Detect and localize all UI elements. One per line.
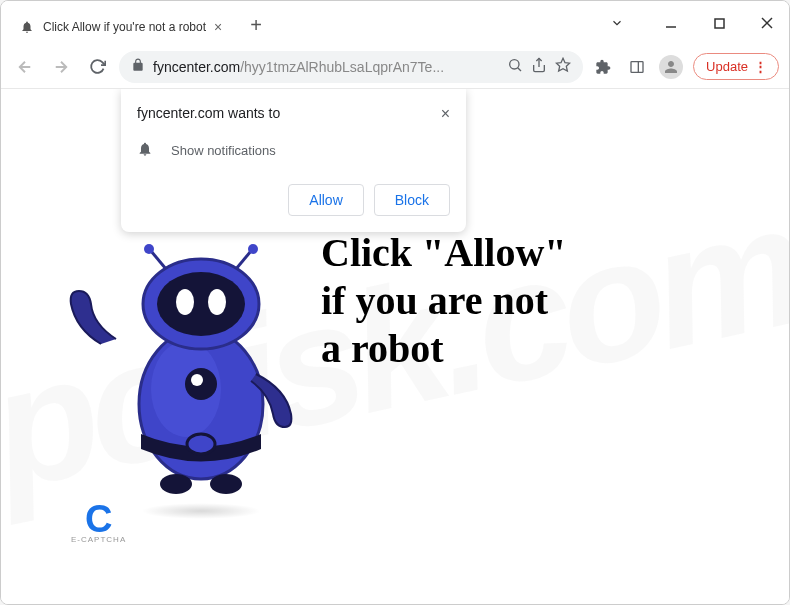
- share-icon[interactable]: [531, 57, 547, 77]
- browser-tab[interactable]: Click Allow if you're not a robot ×: [9, 9, 232, 45]
- headline-line-1: Click "Allow": [321, 229, 567, 277]
- bell-icon: [137, 141, 153, 160]
- sidepanel-icon[interactable]: [625, 55, 649, 79]
- chevron-down-icon[interactable]: [602, 8, 632, 38]
- captcha-label: E-CAPTCHA: [71, 535, 126, 544]
- svg-point-15: [187, 434, 215, 454]
- minimize-button[interactable]: [656, 8, 686, 38]
- profile-avatar[interactable]: [659, 55, 683, 79]
- svg-point-26: [160, 474, 192, 494]
- new-tab-button[interactable]: +: [242, 10, 270, 41]
- svg-rect-1: [715, 19, 724, 28]
- svg-point-21: [208, 289, 226, 315]
- tab-title: Click Allow if you're not a robot: [43, 20, 206, 34]
- headline-line-3: a robot: [321, 325, 567, 373]
- svg-point-6: [510, 59, 519, 68]
- svg-marker-9: [556, 58, 569, 71]
- permission-item: Show notifications: [171, 143, 276, 158]
- headline-line-2: if you are not: [321, 277, 567, 325]
- svg-line-24: [236, 251, 251, 269]
- svg-point-23: [144, 244, 154, 254]
- forward-button[interactable]: [47, 53, 75, 81]
- svg-point-27: [210, 474, 242, 494]
- url-text: fyncenter.com/hyy1tmzAlRhubLsaLqprAn7Te.…: [153, 59, 499, 75]
- robot-shadow: [141, 503, 261, 519]
- e-captcha-badge: C E-CAPTCHA: [71, 498, 126, 544]
- allow-button[interactable]: Allow: [288, 184, 363, 216]
- svg-line-22: [151, 251, 166, 269]
- svg-line-7: [518, 67, 521, 70]
- lock-icon: [131, 58, 145, 76]
- reload-button[interactable]: [83, 53, 111, 81]
- svg-point-25: [248, 244, 258, 254]
- update-button[interactable]: Update ⋮: [693, 53, 779, 80]
- zoom-icon[interactable]: [507, 57, 523, 77]
- bell-favicon: [19, 19, 35, 35]
- close-tab-icon[interactable]: ×: [214, 19, 222, 35]
- address-bar[interactable]: fyncenter.com/hyy1tmzAlRhubLsaLqprAn7Te.…: [119, 51, 583, 83]
- update-label: Update: [706, 59, 748, 74]
- extensions-icon[interactable]: [591, 55, 615, 79]
- menu-dots-icon: ⋮: [754, 59, 766, 74]
- titlebar: Click Allow if you're not a robot × +: [1, 1, 789, 45]
- robot-illustration: [41, 209, 321, 529]
- page-content: pcrisk.com fyncenter.com wants to × Show…: [1, 89, 789, 604]
- block-button[interactable]: Block: [374, 184, 450, 216]
- svg-point-17: [191, 374, 203, 386]
- main-headline: Click "Allow" if you are not a robot: [321, 229, 567, 373]
- svg-point-20: [176, 289, 194, 315]
- notification-permission-dialog: fyncenter.com wants to × Show notificati…: [121, 89, 466, 232]
- close-icon[interactable]: ×: [441, 105, 450, 123]
- toolbar: fyncenter.com/hyy1tmzAlRhubLsaLqprAn7Te.…: [1, 45, 789, 89]
- window-controls: [602, 8, 782, 38]
- toolbar-right: Update ⋮: [591, 53, 779, 80]
- browser-window: Click Allow if you're not a robot × + fy…: [0, 0, 790, 605]
- page-body: Click "Allow" if you are not a robot: [1, 209, 789, 529]
- bookmark-star-icon[interactable]: [555, 57, 571, 77]
- svg-rect-10: [631, 61, 643, 72]
- svg-point-19: [157, 272, 245, 336]
- maximize-button[interactable]: [704, 8, 734, 38]
- close-window-button[interactable]: [752, 8, 782, 38]
- permission-title: fyncenter.com wants to: [137, 105, 280, 121]
- back-button[interactable]: [11, 53, 39, 81]
